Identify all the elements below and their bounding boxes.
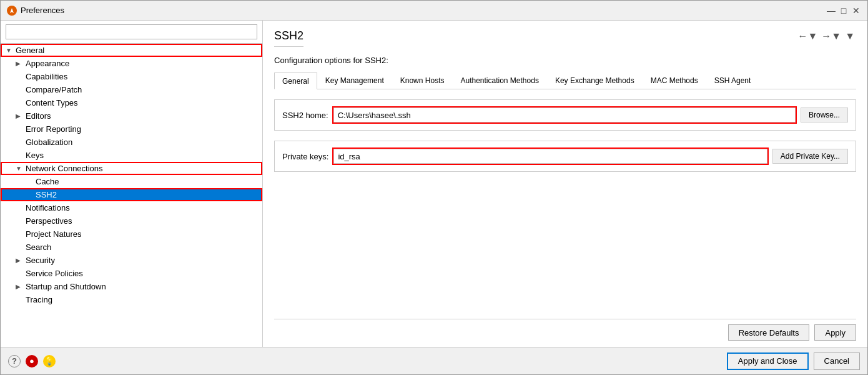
nav-forward-button[interactable]: →▼: [820, 29, 842, 43]
cancel-button[interactable]: Cancel: [814, 352, 860, 370]
sidebar-item-content-types[interactable]: Content Types: [1, 96, 262, 109]
tree-arrow-icon: ▼: [16, 165, 23, 172]
panel-title: SSH2: [274, 29, 303, 47]
panel-subtitle: Configuration options for SSH2:: [274, 56, 856, 65]
app-icon: [7, 6, 17, 16]
sidebar-item-label: Compare/Patch: [26, 85, 82, 94]
ssh2-home-input[interactable]: [333, 108, 796, 122]
private-keys-label: Private keys:: [282, 152, 328, 161]
tree-arrow-icon: ▶: [16, 60, 23, 67]
sidebar-item-tracing[interactable]: Tracing: [1, 293, 262, 306]
browse-button[interactable]: Browse...: [801, 108, 848, 122]
sidebar-item-label: Appearance: [26, 59, 69, 68]
sidebar-item-network-connections[interactable]: ▼Network Connections: [1, 162, 262, 175]
sidebar-item-appearance[interactable]: ▶Appearance: [1, 57, 262, 70]
close-button[interactable]: ✕: [851, 6, 861, 16]
restore-defaults-button[interactable]: Restore Defaults: [728, 324, 810, 341]
main-content: ▼General▶AppearanceCapabilitiesCompare/P…: [1, 21, 867, 347]
sidebar-item-label: Startup and Shutdown: [26, 282, 106, 291]
footer-bar: ? ● 💡 Apply and Close Cancel: [1, 347, 867, 374]
sidebar-item-editors[interactable]: ▶Editors: [1, 109, 262, 122]
help-icon[interactable]: ?: [8, 355, 21, 368]
sidebar-item-compare-patch[interactable]: Compare/Patch: [1, 83, 262, 96]
ssh2-home-label: SSH2 home:: [282, 111, 328, 120]
ssh2-home-row: SSH2 home: Browse...: [282, 108, 848, 122]
ssh2-home-section: SSH2 home: Browse...: [274, 99, 856, 131]
tab-known-hosts[interactable]: Known Hosts: [392, 72, 453, 89]
tree-container: ▼General▶AppearanceCapabilitiesCompare/P…: [1, 44, 262, 347]
window-title: Preferences: [21, 6, 64, 15]
sidebar-item-label: Content Types: [26, 98, 78, 108]
sidebar-item-label: Search: [26, 242, 51, 252]
sidebar-item-notifications[interactable]: Notifications: [1, 201, 262, 214]
sidebar-item-perspectives[interactable]: Perspectives: [1, 214, 262, 228]
sidebar-item-capabilities[interactable]: Capabilities: [1, 70, 262, 83]
apply-close-button[interactable]: Apply and Close: [727, 352, 809, 370]
sidebar-item-label: SSH2: [36, 190, 57, 199]
nav-menu-button[interactable]: ▼: [844, 29, 856, 43]
sidebar-item-general[interactable]: ▼General: [1, 44, 262, 57]
tab-authentication-methods[interactable]: Authentication Methods: [452, 72, 546, 89]
apply-button[interactable]: Apply: [814, 324, 856, 341]
sidebar-item-security[interactable]: ▶Security: [1, 254, 262, 267]
sidebar-item-cache[interactable]: Cache: [1, 175, 262, 188]
sidebar-item-ssh2[interactable]: SSH2: [1, 188, 262, 201]
tab-key-exchange-methods[interactable]: Key Exchange Methods: [547, 72, 643, 89]
sidebar-item-label: Keys: [26, 151, 44, 160]
tree-arrow-icon: ▼: [6, 47, 13, 54]
nav-arrows: ←▼ →▼ ▼: [796, 29, 856, 43]
title-bar-left: Preferences: [7, 6, 64, 16]
sidebar-item-globalization[interactable]: Globalization: [1, 136, 262, 149]
sidebar-item-label: Editors: [26, 111, 51, 121]
bottom-buttons: Restore Defaults Apply: [274, 319, 856, 341]
sidebar-item-startup-shutdown[interactable]: ▶Startup and Shutdown: [1, 280, 262, 293]
add-private-key-button[interactable]: Add Private Key...: [772, 149, 848, 164]
form-section: SSH2 home: Browse... Private keys: Add P…: [274, 99, 856, 319]
sidebar-item-keys[interactable]: Keys: [1, 149, 262, 162]
private-keys-row: Private keys: Add Private Key...: [282, 149, 848, 164]
maximize-button[interactable]: □: [839, 6, 849, 16]
bulb-icon[interactable]: 💡: [43, 355, 56, 368]
sidebar-item-label: Project Natures: [26, 229, 82, 239]
sidebar-item-project-natures[interactable]: Project Natures: [1, 228, 262, 241]
right-panel: SSH2 ←▼ →▼ ▼ Configuration options for S…: [263, 21, 867, 347]
sidebar-item-label: Security: [26, 256, 55, 265]
private-keys-section: Private keys: Add Private Key...: [274, 141, 856, 172]
tab-ssh-agent[interactable]: SSH Agent: [706, 72, 759, 89]
sidebar-item-label: Error Reporting: [26, 124, 81, 134]
footer-right: Apply and Close Cancel: [727, 352, 860, 370]
search-input[interactable]: [6, 24, 257, 39]
sidebar-item-service-policies[interactable]: Service Policies: [1, 267, 262, 280]
preferences-window: Preferences — □ ✕ ▼General▶AppearanceCap…: [0, 0, 868, 375]
tab-general[interactable]: General: [274, 72, 317, 89]
footer-icons: ? ● 💡: [8, 355, 56, 368]
tree-arrow-icon: ▶: [16, 283, 23, 290]
record-icon[interactable]: ●: [26, 355, 38, 368]
window-controls: — □ ✕: [826, 6, 861, 16]
sidebar: ▼General▶AppearanceCapabilitiesCompare/P…: [1, 21, 263, 347]
sidebar-item-label: General: [16, 46, 44, 55]
sidebar-item-error-reporting[interactable]: Error Reporting: [1, 122, 262, 136]
sidebar-item-label: Network Connections: [26, 164, 103, 173]
nav-back-button[interactable]: ←▼: [796, 29, 819, 43]
search-bar: [1, 21, 262, 44]
tab-mac-methods[interactable]: MAC Methods: [643, 72, 706, 89]
tree-arrow-icon: ▶: [16, 112, 23, 119]
panel-header: SSH2 ←▼ →▼ ▼: [274, 29, 856, 52]
sidebar-item-label: Capabilities: [26, 72, 67, 81]
sidebar-item-label: Globalization: [26, 138, 72, 147]
minimize-button[interactable]: —: [826, 6, 836, 16]
private-keys-input[interactable]: [333, 149, 767, 164]
sidebar-item-label: Service Policies: [26, 269, 83, 278]
tree-arrow-icon: ▶: [16, 257, 23, 264]
tabs-bar: GeneralKey ManagementKnown HostsAuthenti…: [274, 72, 856, 89]
title-bar: Preferences — □ ✕: [1, 1, 867, 21]
sidebar-item-search[interactable]: Search: [1, 241, 262, 254]
sidebar-item-label: Perspectives: [26, 216, 72, 226]
tab-key-management[interactable]: Key Management: [317, 72, 392, 89]
sidebar-item-label: Notifications: [26, 203, 70, 212]
sidebar-item-label: Cache: [36, 177, 59, 186]
sidebar-item-label: Tracing: [26, 295, 52, 304]
